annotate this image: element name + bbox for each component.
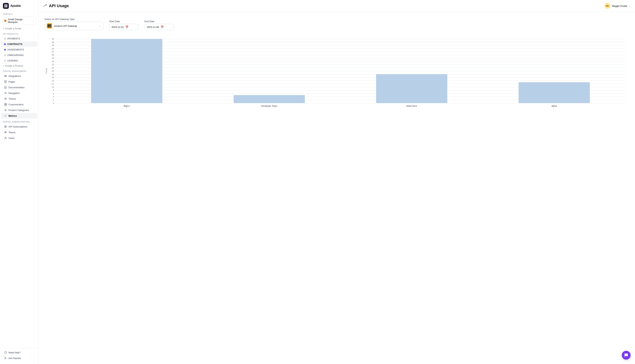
gateway-select[interactable]: AWS Amazon API Gateway ⌄ — [45, 22, 103, 30]
sidebar-item-onboarding[interactable]: ONBOARDING — [1, 52, 37, 58]
teams-icon — [4, 131, 7, 134]
page-content: Select an API Gateway Type AWS Amazon AP… — [39, 12, 635, 364]
management-list: Integrations Pages Documentation Navigat… — [0, 73, 38, 119]
end-date-value: 2023-11-06 — [147, 26, 159, 28]
sidebar-item-navigation[interactable]: Navigation — [1, 90, 37, 96]
bar-Developer Team — [234, 95, 305, 103]
svg-text:2: 2 — [53, 99, 54, 101]
svg-point-30 — [5, 137, 6, 138]
sidebar-item-metrics[interactable]: Metrics — [1, 113, 37, 118]
create-portal-button[interactable]: + Create a Portal — [0, 26, 38, 31]
amazon-icon: AWS — [47, 23, 52, 28]
chat-button[interactable] — [622, 351, 630, 360]
mgmt-label-pages: Pages — [9, 80, 15, 83]
mgmt-label-documentation: Documentation — [9, 86, 25, 89]
end-date-group: End Date 2023-11-06 📅 — [144, 20, 174, 30]
sidebar-item-teams[interactable]: Teams — [1, 130, 37, 135]
svg-rect-18 — [6, 103, 7, 104]
svg-rect-1 — [6, 4, 7, 6]
integrations-icon — [4, 74, 7, 78]
svg-text:0: 0 — [53, 102, 54, 104]
sidebar-item-payments[interactable]: PAYMENTS — [1, 36, 37, 41]
sidebar-item-pages[interactable]: Pages — [1, 79, 37, 84]
mgmt-label-metrics: Metrics — [9, 114, 17, 117]
product-list: PAYMENTS CONTRACTS AGREEMENTS ONBOARDING… — [0, 36, 38, 64]
svg-text:?: ? — [5, 352, 6, 354]
product-dot-lending — [4, 60, 6, 62]
svg-text:AWS: AWS — [48, 25, 51, 27]
sidebar-item-api-subscriptions[interactable]: API Subscriptions — [1, 124, 37, 129]
mgmt-label-integrations: Integrations — [9, 75, 21, 78]
svg-point-26 — [5, 127, 5, 128]
start-date-value: 2023-11-01 — [112, 26, 124, 28]
app-name: Apiable — [10, 4, 21, 8]
sidebar-item-lending[interactable]: LENDING — [1, 58, 37, 63]
sidebar-item-agreements[interactable]: AGREEMENTS — [1, 47, 37, 52]
svg-text:Count: Count — [45, 68, 47, 74]
product-label-lending: LENDING — [7, 59, 18, 62]
svg-rect-8 — [5, 80, 7, 83]
end-date-label: End Date — [144, 20, 174, 23]
create-product-button[interactable]: + Create a Product — [0, 64, 38, 68]
need-help-icon: ? — [4, 351, 7, 354]
user-avatar: MK — [604, 3, 610, 9]
mgmt-label-product-categories: Product Categories — [9, 109, 29, 112]
mgmt-label-theme: Theme — [9, 98, 16, 100]
mgmt-label-customization: Customization — [9, 103, 24, 106]
svg-text:36: 36 — [52, 44, 54, 46]
sidebar-item-contracts[interactable]: CONTRACTS — [1, 42, 37, 47]
theme-icon — [4, 97, 7, 100]
svg-rect-17 — [5, 103, 5, 104]
admin-label-api-subscriptions: API Subscriptions — [9, 125, 27, 128]
product-label-onboarding: ONBOARDING — [7, 54, 24, 56]
page-icon — [43, 4, 47, 8]
svg-point-5 — [6, 75, 7, 76]
sidebar-item-users[interactable]: Users — [1, 135, 37, 141]
sidebar-item-need-help[interactable]: ? Need help? — [1, 350, 37, 355]
bottom-label-need-help: Need help? — [9, 351, 21, 354]
portal-selector[interactable]: Small Orange Mosquito ⌄ — [2, 17, 36, 25]
admin-label-users: Users — [9, 137, 15, 140]
svg-rect-2 — [5, 6, 6, 7]
user-chevron-icon: ⌄ — [629, 4, 630, 7]
logo-icon — [3, 3, 9, 9]
user-name: Maggie Knabe — [612, 4, 627, 7]
user-menu[interactable]: MK Maggie Knabe ⌄ — [604, 3, 630, 9]
svg-text:34: 34 — [52, 48, 54, 50]
product-label-contracts: CONTRACTS — [7, 43, 23, 46]
product-dot-agreements — [4, 49, 6, 51]
svg-point-7 — [6, 76, 7, 77]
sidebar-item-documentation[interactable]: Documentation — [1, 84, 37, 90]
gateway-filter-group: Select an API Gateway Type AWS Amazon AP… — [45, 18, 103, 30]
svg-text:38: 38 — [52, 41, 54, 43]
sidebar-item-get-started[interactable]: Get Started — [1, 356, 37, 361]
users-icon — [4, 136, 7, 140]
svg-point-24 — [5, 126, 5, 126]
portals-section-label: PORTALS — [0, 11, 38, 16]
svg-point-4 — [5, 75, 5, 76]
filter-row: Select an API Gateway Type AWS Amazon AP… — [45, 18, 629, 30]
svg-point-25 — [6, 126, 7, 126]
svg-text:32: 32 — [52, 51, 54, 53]
gateway-label: Select an API Gateway Type — [45, 18, 103, 20]
bottom-label-get-started: Get Started — [9, 357, 21, 360]
start-date-input[interactable]: 2023-11-01 📅 — [109, 24, 139, 30]
svg-text:BigCo: BigCo — [124, 105, 130, 107]
sidebar-item-product-categories[interactable]: Product Categories — [1, 107, 37, 113]
end-date-input[interactable]: 2023-11-06 📅 — [144, 24, 174, 30]
sidebar-item-integrations[interactable]: Integrations — [1, 73, 37, 79]
sidebar-item-customization[interactable]: Customization — [1, 102, 37, 107]
metrics-icon — [4, 114, 7, 117]
pages-icon — [4, 80, 7, 83]
svg-rect-0 — [5, 4, 6, 6]
svg-rect-20 — [6, 104, 7, 106]
svg-text:6: 6 — [53, 92, 54, 95]
svg-text:Developer Team: Developer Team — [261, 105, 277, 107]
gateway-chevron-icon: ⌄ — [99, 24, 101, 27]
portal-management-label: PORTAL MANAGEMENT — [0, 68, 38, 73]
topbar: API Usage MK Maggie Knabe ⌄ — [39, 0, 635, 12]
svg-text:20: 20 — [52, 70, 54, 72]
bar-chart: 0246810121416182022242628303234363840Cou… — [45, 35, 629, 112]
app-logo: Apiable — [0, 0, 38, 11]
sidebar-item-theme[interactable]: Theme — [1, 96, 37, 102]
